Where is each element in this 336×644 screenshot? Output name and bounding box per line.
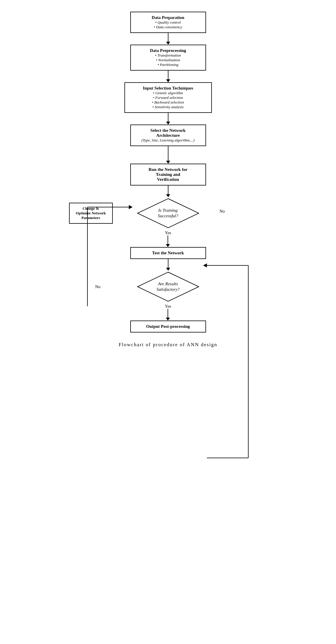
test-network-box: Test the Network [130, 247, 206, 259]
data-preprocessing-item2: • Normalization [136, 58, 200, 62]
output-postprocessing-box: Output Post-processing [130, 321, 206, 332]
yes-label-training: Yes [165, 230, 171, 235]
arrow-2 [166, 71, 170, 82]
no-label-training: No [219, 209, 225, 214]
arrow-3 [166, 113, 170, 125]
input-selection-title: Input Selection Techniques [130, 86, 206, 91]
yes-section-results: Yes [165, 303, 171, 321]
run-network-box: Run the Network forTraining andVerificat… [130, 164, 206, 186]
select-network-box: Select the NetworkArchitecture (Type, Si… [130, 125, 206, 146]
is-training-text: Is TrainingSuccessful? [158, 208, 178, 219]
training-diamond-section: Change &Optimize NetworkParameters No Is… [66, 197, 270, 229]
input-selection-item4: • Sensitivity analysis [130, 105, 206, 109]
flowchart-container: Data Preparation • Quality control • Dat… [66, 12, 270, 348]
no-label-results: No [95, 284, 101, 289]
yes-section-training: Yes [165, 229, 171, 247]
data-preparation-box: Data Preparation • Quality control • Dat… [130, 12, 206, 33]
change-optimize-box: Change &Optimize NetworkParameters [69, 203, 113, 224]
data-preparation-title: Data Preparation [136, 15, 200, 20]
arrow-7 [166, 259, 170, 271]
results-diamond-section: No Are ResultsSatisfactory? [66, 271, 270, 303]
yes-label-results: Yes [165, 304, 171, 309]
select-network-subtitle: (Type, Size, Learning algorithm,...) [136, 138, 200, 143]
data-preparation-item1: • Quality control [136, 20, 200, 25]
input-selection-item3: • Backward selection [130, 100, 206, 105]
input-selection-item1: • Genetic algorithm [130, 91, 206, 95]
flowchart-caption: Flowchart of procedure of ANN design [119, 342, 217, 348]
test-network-title: Test the Network [136, 251, 200, 256]
arrow-1 [166, 33, 170, 45]
data-preprocessing-box: Data Preprocessing • Transformation • No… [130, 45, 206, 71]
arrow-4 [166, 146, 170, 164]
output-postprocessing-title: Output Post-processing [136, 324, 200, 329]
data-preparation-item2: • Data consistency [136, 25, 200, 29]
select-network-title: Select the NetworkArchitecture [136, 128, 200, 138]
arrow-6 [166, 235, 170, 247]
input-selection-box: Input Selection Techniques • Genetic alg… [124, 82, 212, 113]
are-results-diamond: Are ResultsSatisfactory? [136, 271, 200, 303]
run-network-title: Run the Network forTraining andVerificat… [136, 167, 200, 182]
input-selection-item2: • Forward selection [130, 95, 206, 100]
data-preprocessing-item1: • Transformation [136, 53, 200, 58]
change-optimize-title: Change &Optimize NetworkParameters [75, 206, 107, 220]
arrow-5 [166, 186, 170, 197]
run-network-section: Run the Network forTraining andVerificat… [66, 164, 270, 186]
are-results-text: Are ResultsSatisfactory? [156, 281, 180, 293]
is-training-diamond: Is TrainingSuccessful? [136, 197, 200, 229]
data-preprocessing-item3: • Partitioning [136, 62, 200, 67]
data-preprocessing-title: Data Preprocessing [136, 48, 200, 53]
arrow-8 [166, 309, 170, 321]
